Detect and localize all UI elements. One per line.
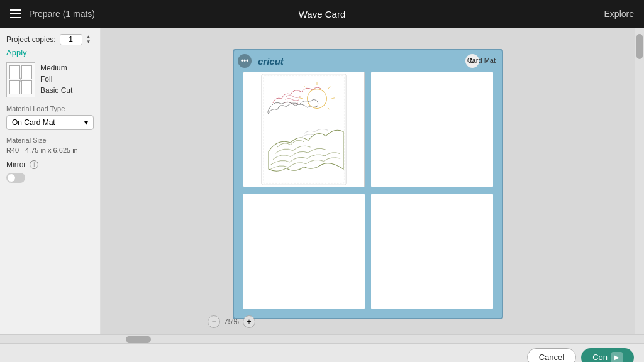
bottom-bar: Cancel Con ▶ [0,343,644,362]
continue-icon: ▶ [611,352,623,363]
mat-slot-2 [371,72,493,187]
mat-slot-1 [243,72,365,187]
copies-input[interactable] [60,34,82,45]
topbar: Prepare (1 mats) Wave Card Explore [0,0,644,28]
zoom-out-button[interactable]: − [208,315,220,328]
zoom-controls: − 75% + [208,315,255,328]
material-load-dropdown[interactable]: On Card Mat ▾ [6,115,94,130]
mirror-toggle[interactable] [6,173,25,183]
svg-rect-0 [262,74,346,185]
bottom-scrollbar [0,334,644,343]
material-size-section-label: Material Size [6,136,94,144]
mirror-label: Mirror [6,160,26,169]
wave-card-preview [243,72,364,187]
mirror-info-icon[interactable]: i [30,160,38,169]
mat-thumbnail: + [6,62,35,97]
right-scrollbar[interactable] [635,28,644,334]
dots-icon: ••• [241,57,249,65]
zoom-out-icon: − [211,317,216,326]
continue-label: Con [592,353,608,362]
left-panel: Project copies: ▲ ▼ Apply + Medium F [0,28,101,334]
material-load-label: Material Load Type [6,105,94,112]
project-title: Wave Card [299,9,345,19]
material-size-value: R40 - 4.75 in x 6.625 in [6,146,94,154]
canvas-area: ••• cricut ↻ Card Mat [101,28,635,334]
project-copies-label: Project copies: [6,35,56,44]
toggle-dot [8,174,15,182]
zoom-value: 75% [224,317,239,326]
mat-slot-4 [371,194,493,309]
prepare-title: Prepare (1 mats) [29,9,95,19]
chevron-down-icon: ▾ [84,118,88,127]
mat-plus-icon: + [18,75,23,85]
cricut-logo: cricut [258,56,284,67]
mat-grid [243,72,493,309]
zoom-in-button[interactable]: + [243,315,255,328]
material-load-value: On Card Mat [12,118,55,127]
card-mat: ••• cricut ↻ Card Mat [233,49,503,319]
h-scroll-thumb[interactable] [126,336,151,343]
mat-dots-button[interactable]: ••• [238,54,252,68]
mat-info: Medium Foil Basic Cut [40,62,72,96]
main-layout: Project copies: ▲ ▼ Apply + Medium F [0,28,644,334]
apply-button[interactable]: Apply [6,48,27,57]
mat-preview: + Medium Foil Basic Cut [6,62,94,97]
menu-button[interactable] [10,9,21,18]
explore-link[interactable]: Explore [604,9,634,19]
copies-arrows: ▲ ▼ [86,35,91,45]
mirror-row: Mirror i [6,160,94,169]
mat-slot-3 [243,194,365,309]
continue-button[interactable]: Con ▶ [581,348,634,363]
card-mat-label: Card Mat [467,57,496,64]
scroll-thumb[interactable] [636,34,643,59]
zoom-in-icon: + [247,317,252,326]
cancel-button[interactable]: Cancel [527,348,576,362]
project-copies-row: Project copies: ▲ ▼ [6,34,94,45]
topbar-left: Prepare (1 mats) [10,9,95,19]
copies-down-button[interactable]: ▼ [86,40,91,45]
